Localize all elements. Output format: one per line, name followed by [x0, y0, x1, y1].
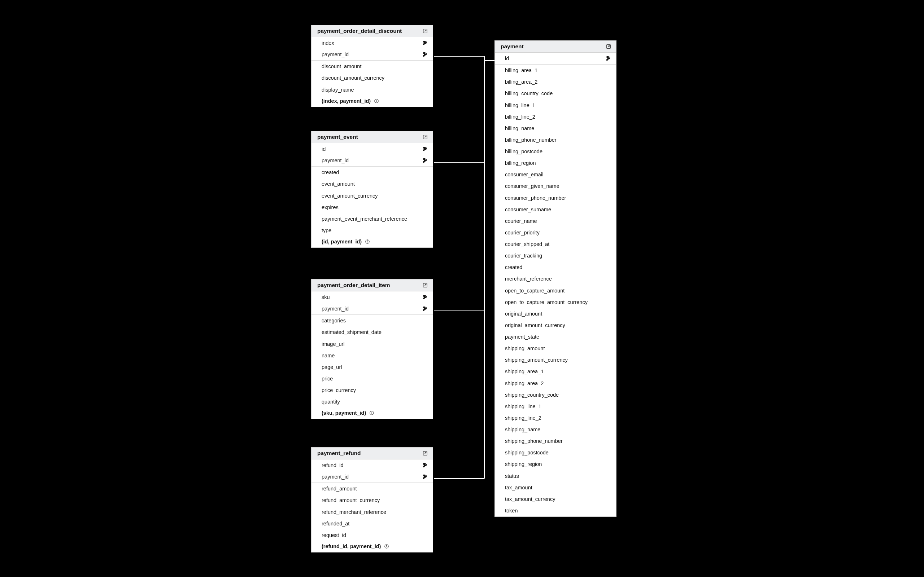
open-external-icon[interactable]: [605, 43, 612, 50]
column-row[interactable]: billing_country_code: [495, 88, 616, 99]
column-name: shipping_phone_number: [505, 438, 563, 444]
column-row[interactable]: refund_merchant_reference: [312, 506, 433, 518]
column-row[interactable]: shipping_area_2: [495, 377, 616, 389]
column-row[interactable]: index: [312, 37, 433, 49]
column-row[interactable]: created: [312, 167, 433, 178]
column-row[interactable]: billing_line_2: [495, 111, 616, 122]
table-title: payment_refund: [317, 450, 361, 456]
column-row[interactable]: consumer_phone_number: [495, 192, 616, 204]
column-row[interactable]: original_amount: [495, 308, 616, 319]
column-row[interactable]: display_name: [312, 84, 433, 95]
column-name: payment_id: [321, 305, 349, 312]
column-row[interactable]: expires: [312, 201, 433, 213]
column-row[interactable]: courier_tracking: [495, 250, 616, 261]
column-row[interactable]: billing_region: [495, 157, 616, 169]
column-row[interactable]: payment_event_merchant_reference: [312, 213, 433, 225]
column-row[interactable]: refund_amount_currency: [312, 495, 433, 506]
column-row[interactable]: billing_phone_number: [495, 134, 616, 146]
column-row[interactable]: billing_postcode: [495, 146, 616, 157]
column-row[interactable]: billing_name: [495, 122, 616, 134]
column-row[interactable]: shipping_region: [495, 458, 616, 470]
info-icon[interactable]: [373, 98, 379, 103]
column-row[interactable]: refunded_at: [312, 518, 433, 529]
column-name: courier_tracking: [505, 253, 542, 259]
open-external-icon[interactable]: [422, 134, 428, 140]
column-row[interactable]: created: [495, 261, 616, 273]
column-row[interactable]: shipping_postcode: [495, 447, 616, 458]
column-row[interactable]: courier_shipped_at: [495, 239, 616, 250]
column-row[interactable]: type: [312, 225, 433, 236]
column-name: billing_region: [505, 160, 536, 166]
table-header[interactable]: payment_order_detail_item: [312, 279, 433, 292]
column-row[interactable]: token: [495, 505, 616, 516]
column-row[interactable]: shipping_line_1: [495, 401, 616, 412]
column-row[interactable]: tax_amount: [495, 482, 616, 493]
column-row[interactable]: open_to_capture_amount_currency: [495, 297, 616, 308]
column-row[interactable]: shipping_name: [495, 424, 616, 435]
column-row[interactable]: courier_name: [495, 215, 616, 227]
column-name: tax_amount_currency: [505, 496, 555, 502]
column-row[interactable]: shipping_phone_number: [495, 435, 616, 447]
column-row[interactable]: refund_amount: [312, 483, 433, 495]
column-row[interactable]: name: [312, 350, 433, 361]
column-row[interactable]: discount_amount: [312, 61, 433, 72]
table-header[interactable]: payment_event: [312, 131, 433, 143]
column-row[interactable]: price_currency: [312, 384, 433, 396]
table-payment-event[interactable]: payment_event id payment_id created even…: [311, 131, 433, 248]
column-row[interactable]: refund_id: [312, 459, 433, 471]
column-row[interactable]: tax_amount_currency: [495, 493, 616, 505]
column-row[interactable]: shipping_amount: [495, 343, 616, 354]
column-row[interactable]: billing_area_2: [495, 76, 616, 88]
column-row[interactable]: categories: [312, 315, 433, 326]
table-payment[interactable]: payment id billing_area_1billing_area_2b…: [494, 40, 617, 517]
column-row[interactable]: merchant_reference: [495, 273, 616, 285]
column-row[interactable]: payment_id: [312, 303, 433, 314]
open-external-icon[interactable]: [422, 28, 428, 34]
open-external-icon[interactable]: [422, 450, 428, 456]
table-header[interactable]: payment: [495, 41, 616, 53]
column-row[interactable]: status: [495, 470, 616, 482]
column-name: billing_postcode: [505, 148, 543, 155]
column-row[interactable]: payment_state: [495, 331, 616, 343]
column-row[interactable]: sku: [312, 292, 433, 303]
info-icon[interactable]: [384, 543, 389, 549]
column-row[interactable]: open_to_capture_amount: [495, 285, 616, 297]
column-row[interactable]: estimated_shipment_date: [312, 326, 433, 338]
table-header[interactable]: payment_order_detail_discount: [312, 25, 433, 37]
column-row[interactable]: image_url: [312, 338, 433, 350]
column-row[interactable]: billing_area_1: [495, 64, 616, 76]
info-icon[interactable]: [365, 239, 370, 245]
column-row[interactable]: consumer_surname: [495, 204, 616, 215]
info-icon[interactable]: [369, 410, 374, 416]
column-row[interactable]: shipping_country_code: [495, 389, 616, 401]
column-row[interactable]: price: [312, 373, 433, 384]
column-row[interactable]: event_amount: [312, 178, 433, 190]
composite-key-label: (index, payment_id): [321, 98, 371, 104]
open-external-icon[interactable]: [422, 282, 428, 288]
column-row[interactable]: courier_priority: [495, 227, 616, 239]
column-row[interactable]: payment_id: [312, 155, 433, 166]
table-header[interactable]: payment_refund: [312, 448, 433, 459]
column-row[interactable]: consumer_given_name: [495, 180, 616, 192]
column-row[interactable]: quantity: [312, 396, 433, 408]
column-row[interactable]: shipping_area_1: [495, 366, 616, 377]
column-row[interactable]: request_id: [312, 529, 433, 541]
column-row[interactable]: payment_id: [312, 471, 433, 482]
table-payment-refund[interactable]: payment_refund refund_id payment_id refu…: [311, 447, 433, 553]
column-row[interactable]: shipping_amount_currency: [495, 354, 616, 366]
column-row[interactable]: consumer_email: [495, 169, 616, 180]
column-row[interactable]: id: [495, 53, 616, 64]
composite-key-footer: (index, payment_id): [312, 95, 433, 107]
table-payment-order-detail-discount[interactable]: payment_order_detail_discount index paym…: [311, 25, 433, 107]
column-row[interactable]: page_url: [312, 361, 433, 373]
column-row[interactable]: event_amount_currency: [312, 190, 433, 201]
column-row[interactable]: discount_amount_currency: [312, 72, 433, 84]
table-payment-order-detail-item[interactable]: payment_order_detail_item sku payment_id…: [311, 279, 433, 419]
column-row[interactable]: payment_id: [312, 49, 433, 60]
column-name: payment_event_merchant_reference: [321, 216, 407, 222]
column-row[interactable]: shipping_line_2: [495, 412, 616, 424]
column-name: quantity: [321, 398, 340, 405]
column-row[interactable]: original_amount_currency: [495, 319, 616, 331]
column-row[interactable]: id: [312, 143, 433, 155]
column-row[interactable]: billing_line_1: [495, 100, 616, 111]
